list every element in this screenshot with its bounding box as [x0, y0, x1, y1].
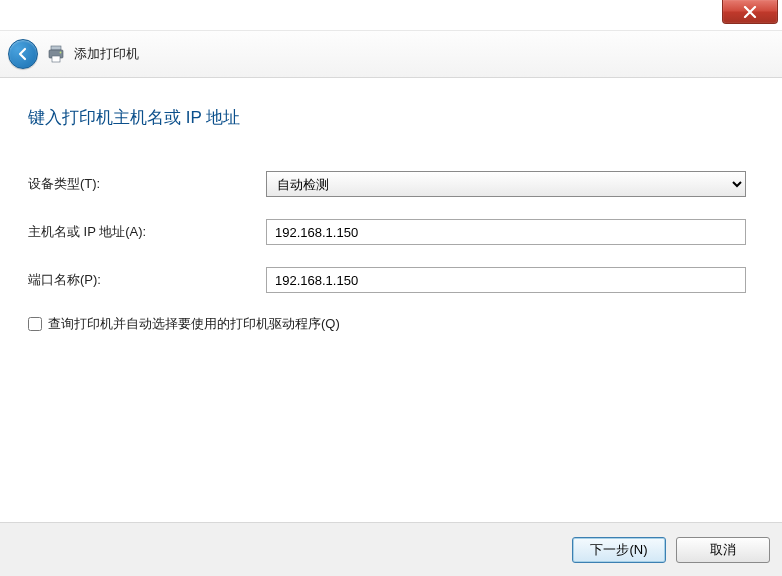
port-name-row: 端口名称(P):: [28, 267, 756, 293]
add-printer-wizard-window: 添加打印机 键入打印机主机名或 IP 地址 设备类型(T): 自动检测 主机名或…: [0, 0, 782, 576]
close-button[interactable]: [722, 0, 778, 24]
navbar: 添加打印机: [0, 30, 782, 78]
query-printer-row: 查询打印机并自动选择要使用的打印机驱动程序(Q): [28, 315, 756, 333]
hostname-row: 主机名或 IP 地址(A):: [28, 219, 756, 245]
hostname-label: 主机名或 IP 地址(A):: [28, 223, 266, 241]
hostname-control: [266, 219, 746, 245]
device-type-row: 设备类型(T): 自动检测: [28, 171, 756, 197]
svg-rect-0: [51, 46, 61, 50]
footer: 下一步(N) 取消: [0, 522, 782, 576]
query-printer-checkbox[interactable]: [28, 317, 42, 331]
svg-point-3: [60, 52, 62, 54]
svg-rect-2: [52, 56, 60, 62]
content-area: 键入打印机主机名或 IP 地址 设备类型(T): 自动检测 主机名或 IP 地址…: [0, 78, 782, 522]
page-heading: 键入打印机主机名或 IP 地址: [28, 106, 756, 129]
device-type-label: 设备类型(T):: [28, 175, 266, 193]
printer-icon: [46, 44, 66, 64]
device-type-dropdown[interactable]: 自动检测: [266, 171, 746, 197]
port-name-input[interactable]: [266, 267, 746, 293]
cancel-button[interactable]: 取消: [676, 537, 770, 563]
titlebar: [0, 0, 782, 30]
back-button[interactable]: [8, 39, 38, 69]
close-icon: [743, 6, 757, 18]
navbar-title: 添加打印机: [74, 45, 139, 63]
port-name-control: [266, 267, 746, 293]
port-name-label: 端口名称(P):: [28, 271, 266, 289]
query-printer-label: 查询打印机并自动选择要使用的打印机驱动程序(Q): [48, 315, 340, 333]
next-button[interactable]: 下一步(N): [572, 537, 666, 563]
hostname-input[interactable]: [266, 219, 746, 245]
back-arrow-icon: [15, 46, 31, 62]
device-type-control: 自动检测: [266, 171, 746, 197]
